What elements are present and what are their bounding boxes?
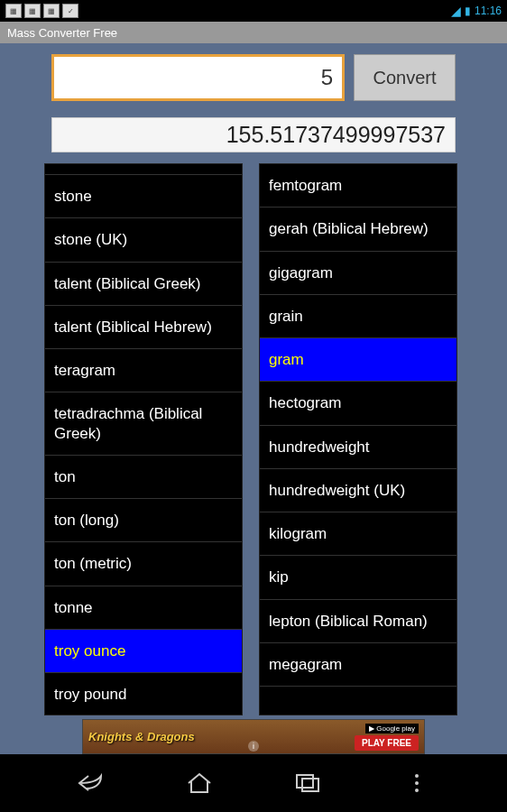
ad-actions: ▶ Google play PLAY FREE: [355, 724, 419, 751]
list-item[interactable]: talent (Biblical Greek): [45, 263, 242, 306]
list-item[interactable]: kip: [260, 556, 456, 599]
list-item[interactable]: lepton (Biblical Roman): [260, 600, 456, 643]
list-item[interactable]: hundredweight: [260, 426, 456, 469]
to-unit-list[interactable]: femtogramgerah (Biblical Hebrew)gigagram…: [259, 163, 457, 715]
recent-apps-button[interactable]: [290, 765, 326, 801]
list-item[interactable]: megagram: [260, 643, 456, 687]
list-item[interactable]: talent (Biblical Hebrew): [45, 306, 242, 349]
list-item[interactable]: stone (UK): [45, 218, 242, 262]
value-input[interactable]: [51, 54, 345, 101]
list-item[interactable]: hectogram: [260, 382, 456, 425]
ad-store-badge: ▶ Google play: [365, 724, 419, 734]
unit-lists: stonestone (UK)talent (Biblical Greek)ta…: [44, 163, 463, 715]
list-item[interactable]: tonne: [45, 586, 242, 630]
status-bar: ▦ ▦ ▦ ✓ ◢ ▮ 11:16: [0, 0, 507, 22]
list-item[interactable]: troy ounce: [45, 630, 242, 673]
list-item[interactable]: kilogram: [260, 512, 456, 556]
notification-icon: ✓: [62, 4, 78, 18]
home-button[interactable]: [181, 765, 217, 801]
app-title: Mass Converter Free: [7, 26, 117, 40]
list-item[interactable]: [45, 164, 242, 175]
svg-rect-0: [297, 775, 313, 788]
list-item[interactable]: gerah (Biblical Hebrew): [260, 208, 456, 251]
list-item[interactable]: tetradrachma (Biblical Greek): [45, 392, 242, 456]
notification-icon: ▦: [43, 4, 60, 18]
result-output: 155.51737499997537: [51, 117, 456, 152]
app-title-bar: Mass Converter Free: [0, 22, 507, 43]
ad-title: Knights & Dragons: [88, 730, 195, 743]
list-item[interactable]: ton (long): [45, 499, 242, 542]
back-button[interactable]: [72, 765, 108, 801]
status-time: 11:16: [475, 5, 502, 17]
battery-icon: ▮: [465, 5, 471, 17]
wifi-icon: ◢: [451, 4, 461, 18]
status-notification-icons: ▦ ▦ ▦ ✓: [5, 4, 78, 18]
main-content: Convert 155.51737499997537 stonestone (U…: [0, 43, 507, 754]
list-item[interactable]: gigagram: [260, 252, 456, 295]
svg-rect-1: [302, 779, 318, 791]
list-item[interactable]: ton: [45, 456, 242, 499]
input-row: Convert: [51, 54, 456, 101]
from-unit-list[interactable]: stonestone (UK)talent (Biblical Greek)ta…: [44, 163, 243, 715]
ad-cta-button[interactable]: PLAY FREE: [355, 735, 419, 751]
menu-button[interactable]: [399, 765, 435, 801]
list-item[interactable]: hundredweight (UK): [260, 469, 456, 512]
list-item[interactable]: teragram: [45, 349, 242, 392]
notification-icon: ▦: [5, 4, 22, 18]
result-value: 155.51737499997537: [226, 122, 446, 148]
ad-banner[interactable]: Knights & Dragons ▶ Google play PLAY FRE…: [82, 719, 425, 754]
status-system-icons: ◢ ▮ 11:16: [451, 4, 502, 18]
ad-info-icon[interactable]: i: [248, 741, 259, 752]
convert-button[interactable]: Convert: [354, 54, 456, 101]
list-item[interactable]: grain: [260, 295, 456, 338]
navigation-bar: [0, 754, 507, 812]
notification-icon: ▦: [24, 4, 41, 18]
list-item[interactable]: gram: [260, 338, 456, 382]
list-item[interactable]: ton (metric): [45, 542, 242, 586]
list-item[interactable]: stone: [45, 175, 242, 218]
list-item[interactable]: troy pound: [45, 673, 242, 715]
list-item[interactable]: femtogram: [260, 164, 456, 208]
